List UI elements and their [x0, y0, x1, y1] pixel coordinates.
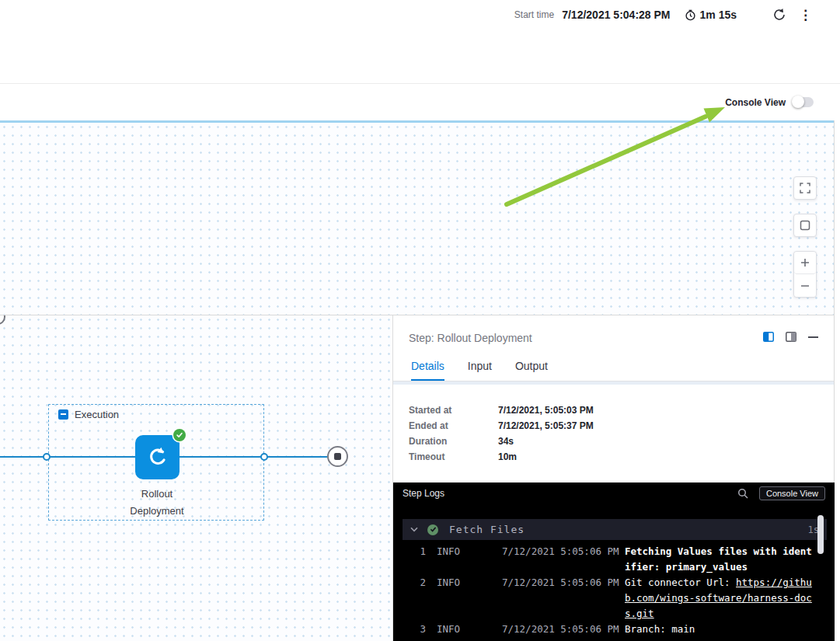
stop-icon [334, 453, 341, 460]
elapsed-time-group: 1m 15s [685, 9, 737, 21]
step-logs-title: Step Logs [403, 488, 444, 499]
log-search-button[interactable] [737, 488, 748, 499]
elapsed-time-value: 1m 15s [700, 9, 737, 21]
tabs-divider-accent [393, 381, 834, 385]
kebab-menu-button[interactable]: ⋮ [799, 9, 812, 22]
detail-row: Ended at 7/12/2021, 5:05:37 PM [409, 418, 594, 434]
execution-graph-canvas[interactable]: Execution Rollout Deployment [0, 315, 392, 641]
step-name-label: Rollout Deployment [87, 486, 227, 520]
log-line: 1 INFO 7/12/2021 5:05:06 PM Fetching Val… [403, 544, 816, 575]
detail-value: 34s [498, 434, 514, 449]
detail-value: 7/12/2021, 5:05:37 PM [498, 418, 594, 434]
step-logs-console: Step Logs Console View Fetch Files 1s 1 [393, 482, 835, 641]
detail-value: 7/12/2021, 5:05:03 PM [498, 402, 594, 418]
step-details-panel: Step: Rollout Deployment Details Input O… [392, 315, 834, 641]
detail-label: Ended at [409, 418, 498, 434]
canvas-zoom-controls [793, 176, 817, 298]
start-time-label: Start time [514, 9, 554, 20]
graph-edge-node [0, 315, 5, 325]
log-line-number: 2 [403, 575, 426, 622]
log-level: INFO [426, 544, 469, 575]
log-lines: 1 INFO 7/12/2021 5:05:06 PM Fetching Val… [393, 544, 835, 637]
rollout-icon [146, 446, 169, 469]
clock-icon [685, 9, 696, 21]
panel-tabs: Details Input Output [411, 360, 548, 381]
panel-layout-right-icon[interactable] [786, 332, 796, 342]
refresh-icon [772, 8, 786, 22]
console-view-button[interactable]: Console View [759, 486, 825, 500]
console-view-bar: Console View [0, 84, 840, 120]
log-message: Branch: main [625, 622, 816, 637]
panel-header-actions [763, 332, 818, 342]
rollout-step-node[interactable] [135, 435, 180, 479]
console-view-control: Console View [725, 84, 814, 120]
kebab-menu-icon: ⋮ [799, 8, 812, 23]
detail-row: Timeout 10m [409, 449, 594, 465]
stop-node[interactable] [327, 446, 348, 467]
step-details-list: Started at 7/12/2021, 5:05:03 PM Ended a… [409, 402, 594, 465]
collapse-group-icon[interactable] [58, 409, 68, 420]
zoom-out-icon [800, 280, 810, 291]
toggle-knob [792, 96, 804, 108]
step-logs-header: Step Logs Console View [393, 482, 835, 503]
log-level: INFO [426, 622, 469, 637]
detail-row: Duration 34s [409, 434, 594, 449]
fullscreen-icon [800, 183, 810, 193]
log-timestamp: 7/12/2021 5:05:06 PM [469, 622, 625, 637]
execution-group-header: Execution [58, 409, 119, 420]
minimize-icon [808, 336, 818, 338]
log-group-name: Fetch Files [449, 524, 525, 535]
detail-label: Duration [409, 434, 498, 449]
zoom-out-button[interactable] [794, 274, 816, 297]
log-line-number: 1 [403, 544, 426, 575]
scrollbar-thumb[interactable] [817, 515, 824, 554]
panel-title: Step: Rollout Deployment [409, 332, 532, 344]
execution-group-label: Execution [75, 409, 119, 420]
zoom-in-icon [800, 257, 810, 268]
log-line: 3 INFO 7/12/2021 5:05:06 PM Branch: main [403, 622, 816, 637]
log-level: INFO [426, 575, 469, 622]
fit-view-icon [800, 220, 810, 231]
log-group-header[interactable]: Fetch Files 1s [403, 519, 827, 540]
detail-label: Started at [409, 402, 498, 418]
fit-view-button[interactable] [793, 214, 817, 237]
chevron-down-icon [410, 527, 418, 532]
connector-node-right [260, 453, 268, 461]
log-success-icon [427, 524, 438, 535]
search-icon [737, 488, 748, 499]
log-message: Fetching Values files with identifier: p… [625, 544, 816, 575]
log-line-number: 3 [403, 622, 426, 637]
pipeline-canvas[interactable] [0, 123, 834, 315]
top-bar-right: Start time 7/12/2021 5:04:28 PM 1m 15s ⋮ [514, 8, 812, 22]
log-line: 2 INFO 7/12/2021 5:05:06 PM Git connecto… [403, 575, 816, 622]
zoom-in-button[interactable] [794, 252, 816, 274]
zoom-in-out-group [793, 251, 817, 298]
panel-layout-left-icon[interactable] [763, 332, 774, 342]
step-name-line2: Deployment [87, 503, 227, 520]
page-right-gutter [834, 120, 840, 641]
connector-node-left [43, 453, 51, 461]
detail-row: Started at 7/12/2021, 5:05:03 PM [409, 402, 594, 418]
log-timestamp: 7/12/2021 5:05:06 PM [469, 575, 625, 622]
minimize-panel-button[interactable] [808, 336, 818, 338]
detail-value: 10m [498, 449, 517, 465]
pipeline-execution-screen: Start time 7/12/2021 5:04:28 PM 1m 15s ⋮… [0, 0, 840, 641]
fullscreen-button[interactable] [793, 176, 817, 200]
tab-details[interactable]: Details [411, 360, 444, 381]
console-view-toggle[interactable] [793, 97, 814, 107]
log-timestamp: 7/12/2021 5:05:06 PM [469, 544, 625, 575]
refresh-button[interactable] [772, 8, 786, 22]
top-bar: Start time 7/12/2021 5:04:28 PM 1m 15s ⋮ [0, 0, 840, 84]
log-message-prefix: Git connector Url: [625, 577, 736, 588]
start-time-value: 7/12/2021 5:04:28 PM [562, 9, 670, 21]
console-view-label: Console View [725, 97, 786, 108]
log-message: Git connector Url: https://github.com/wi… [625, 575, 816, 622]
success-badge-icon [173, 429, 186, 441]
tab-input[interactable]: Input [468, 360, 492, 381]
step-name-line1: Rollout [87, 486, 227, 503]
detail-label: Timeout [409, 449, 498, 465]
tab-output[interactable]: Output [515, 360, 548, 381]
